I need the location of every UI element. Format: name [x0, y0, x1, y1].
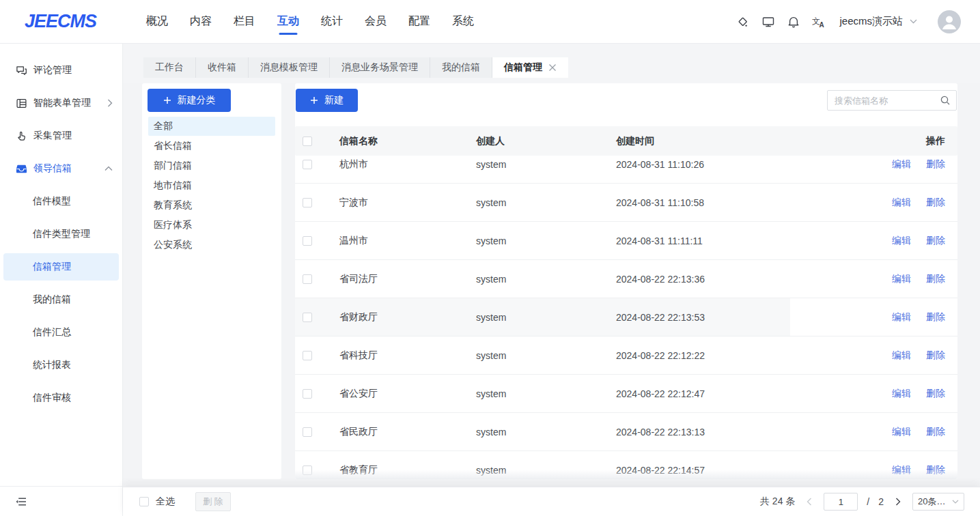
sidebar-item-label: 信件审核: [33, 392, 113, 404]
row-checkbox[interactable]: [303, 236, 312, 246]
delete-link[interactable]: 删除: [926, 197, 945, 207]
create-mailbox-button[interactable]: 新建: [296, 89, 358, 112]
search-icon[interactable]: [940, 95, 951, 106]
row-checkbox[interactable]: [303, 198, 312, 207]
category-item-label: 公安系统: [154, 239, 192, 251]
close-icon[interactable]: [548, 63, 557, 72]
row-checkbox[interactable]: [303, 465, 312, 475]
delete-link[interactable]: 删除: [926, 388, 945, 399]
edit-link[interactable]: 编辑: [892, 388, 911, 399]
table-row: 省财政厅 system 2024-08-22 22:13:53 编辑 删除: [295, 298, 957, 336]
bell-icon[interactable]: [786, 14, 800, 29]
sidebar-item[interactable]: 信件审核: [0, 382, 122, 414]
topnav-item[interactable]: 系统: [452, 0, 474, 44]
page-input[interactable]: [824, 493, 858, 511]
row-actions: 编辑 删除: [790, 311, 957, 324]
sidebar-item[interactable]: 采集管理: [0, 119, 122, 152]
translate-icon[interactable]: 文 A: [811, 14, 826, 29]
topnav-item[interactable]: 配置: [408, 0, 430, 44]
row-actions: 编辑 删除: [790, 158, 957, 171]
row-checkbox[interactable]: [303, 160, 312, 169]
delete-link[interactable]: 删除: [926, 273, 945, 284]
prev-page-icon[interactable]: [804, 496, 815, 507]
delete-link[interactable]: 删除: [926, 426, 945, 437]
topnav-item-label: 统计: [321, 14, 343, 29]
clean-theme-icon[interactable]: [736, 14, 750, 29]
tab-label: 我的信箱: [442, 61, 480, 74]
tab[interactable]: 信箱管理: [492, 57, 568, 78]
topnav-item[interactable]: 统计: [321, 0, 343, 44]
category-item[interactable]: 医疗体系: [148, 216, 275, 235]
row-checkbox[interactable]: [303, 274, 312, 284]
row-checkbox[interactable]: [303, 389, 312, 399]
topnav-item[interactable]: 内容: [190, 0, 212, 44]
category-item[interactable]: 全部: [148, 117, 275, 136]
create-category-button[interactable]: 新建分类: [148, 89, 231, 112]
sidebar-item[interactable]: 智能表单管理: [0, 87, 122, 119]
topnav-item[interactable]: 会员: [365, 0, 387, 44]
select-all-footer-checkbox[interactable]: [139, 497, 149, 506]
row-checkbox[interactable]: [303, 351, 312, 360]
delete-link[interactable]: 删除: [926, 349, 945, 360]
sidebar-item[interactable]: 我的信箱: [0, 283, 122, 316]
next-page-icon[interactable]: [893, 496, 904, 507]
bulk-delete-button[interactable]: 删 除: [195, 492, 231, 511]
avatar[interactable]: [938, 10, 961, 33]
edit-link[interactable]: 编辑: [892, 311, 911, 322]
category-item[interactable]: 地市信箱: [148, 176, 275, 195]
row-checkbox[interactable]: [303, 313, 312, 322]
edit-link[interactable]: 编辑: [892, 464, 911, 475]
category-item[interactable]: 省长信箱: [148, 137, 275, 156]
category-item[interactable]: 公安系统: [148, 235, 275, 255]
chevron-up-icon: [104, 166, 113, 171]
tab[interactable]: 消息业务场景管理: [330, 57, 430, 78]
page-size-select[interactable]: 20条…: [912, 493, 964, 511]
delete-link[interactable]: 删除: [926, 464, 945, 475]
topnav-item-label: 栏目: [234, 14, 255, 29]
creator: system: [476, 274, 616, 285]
tabs: 工作台 收件箱 消息模板管理: [143, 57, 568, 78]
sidebar-item[interactable]: 统计报表: [0, 349, 122, 382]
edit-link[interactable]: 编辑: [892, 197, 911, 207]
topnav-item[interactable]: 概况: [146, 0, 168, 44]
sidebar-item[interactable]: 信件模型: [0, 185, 122, 218]
edit-link[interactable]: 编辑: [892, 426, 911, 437]
row-checkbox[interactable]: [303, 427, 312, 437]
mailbox-name: 省民政厅: [328, 426, 476, 438]
delete-link[interactable]: 删除: [926, 235, 945, 246]
delete-link[interactable]: 删除: [926, 311, 945, 322]
site-switcher[interactable]: jeecms演示站: [839, 15, 917, 28]
sidebar-item[interactable]: 领导信箱: [0, 152, 122, 185]
edit-link[interactable]: 编辑: [892, 235, 911, 246]
topnav-item-label: 会员: [365, 14, 387, 29]
mailbox-name: 省司法厅: [328, 273, 476, 285]
sidebar-item[interactable]: 评论管理: [0, 54, 122, 87]
sidebar-item[interactable]: 信箱管理: [0, 250, 122, 283]
search-input[interactable]: [827, 90, 957, 111]
monitor-icon[interactable]: [761, 14, 775, 29]
chevron-down-icon: [910, 19, 917, 24]
mailbox-icon: [15, 162, 27, 175]
delete-link[interactable]: 删除: [926, 158, 945, 169]
tab[interactable]: 工作台: [143, 57, 196, 78]
tab[interactable]: 消息模板管理: [249, 57, 330, 78]
edit-link[interactable]: 编辑: [892, 273, 911, 284]
edit-link[interactable]: 编辑: [892, 158, 911, 169]
create-category-label: 新建分类: [178, 94, 216, 106]
category-item[interactable]: 部门信箱: [148, 156, 275, 175]
menu-fold-icon[interactable]: [15, 496, 27, 508]
topnav-item[interactable]: 栏目: [234, 0, 255, 44]
tab[interactable]: 我的信箱: [430, 57, 492, 78]
sidebar-item[interactable]: 信件汇总: [0, 316, 122, 349]
tab[interactable]: 收件箱: [196, 57, 249, 78]
edit-link[interactable]: 编辑: [892, 349, 911, 360]
sidebar-item[interactable]: 信件类型管理: [0, 218, 122, 250]
select-all-checkbox[interactable]: [303, 137, 312, 146]
category-item[interactable]: 教育系统: [148, 196, 275, 215]
sidebar-item-label: 信件模型: [33, 195, 113, 207]
topnav-item[interactable]: 互动: [277, 0, 299, 44]
tab-label: 收件箱: [208, 61, 236, 74]
pagination: 共 24 条 / 2 20条…: [760, 493, 964, 511]
mailbox-name: 温州市: [328, 235, 476, 247]
row-actions: 编辑 删除: [790, 464, 957, 476]
